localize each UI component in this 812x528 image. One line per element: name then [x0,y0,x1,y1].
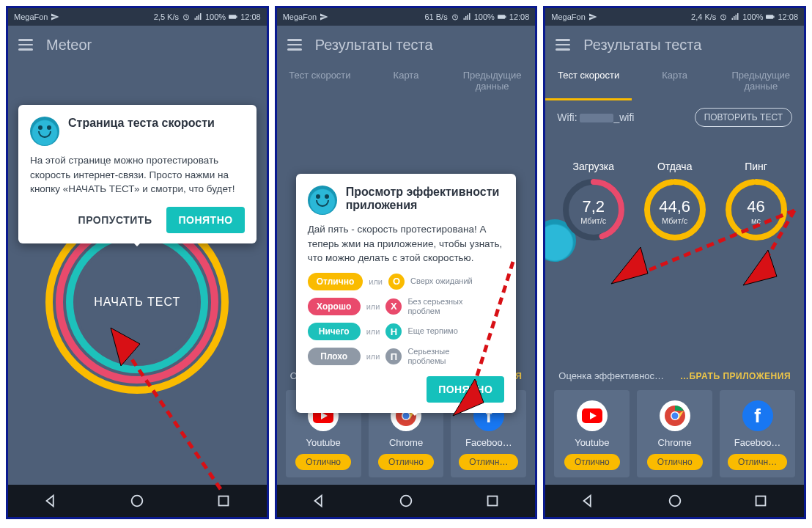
pick-apps-button[interactable]: …БРАТЬ ПРИЛОЖЕНИЯ [680,371,791,381]
android-nav-bar [277,485,536,517]
legend-row: Хорошо или Х Без серьезных проблем [308,297,505,316]
popover-body: На этой странице можно протестировать ск… [30,153,245,197]
svg-rect-1 [229,15,236,19]
app-title: Meteor [46,37,92,54]
svg-rect-6 [218,496,228,506]
facebook-icon: f [742,400,773,431]
app-card-youtube[interactable]: Youtube Отлично [554,390,630,477]
carrier-label: MegaFon [14,12,48,21]
svg-rect-38 [756,496,766,506]
battery-icon [229,12,237,21]
svg-rect-8 [498,15,505,19]
app-cards: Youtube Отлично Chrome Отлично f Faceboo… [545,386,804,485]
popover-body: Дай пять - скорость протестирована! А те… [308,222,505,265]
connection-row: Wifi: _wifi ПОВТОРИТЬ ТЕСТ [545,100,804,131]
android-nav-bar [8,485,267,517]
send-icon [51,12,59,21]
home-icon[interactable] [667,493,683,509]
wifi-label: Wifi: _wifi [557,111,634,123]
status-bar: MegaFon 61 B/s 100% 12:08 [277,8,536,26]
start-test-button[interactable]: НАЧАТЬ ТЕСТ [76,241,198,363]
recent-icon[interactable] [215,493,232,509]
metric-Загрузка: Загрузка 7,2Мбит/с [561,161,627,246]
ok-button[interactable]: ПОНЯТНО [427,376,504,403]
tab-speed-test[interactable]: Тест скорости [545,64,632,100]
app-title: Результаты теста [315,37,433,54]
alarm-icon [451,12,459,21]
app-bar: Результаты теста [277,26,536,64]
onboarding-popover: Страница теста скорости На этой странице… [18,105,256,243]
send-icon [588,12,597,21]
legend-row: Ничего или Н Еще терпимо [308,323,505,340]
battery-pct: 100% [205,12,226,21]
menu-icon[interactable] [18,39,33,51]
phone-screen-3: MegaFon 2,4 K/s 100% 12:08 Результаты те… [543,6,806,519]
back-icon[interactable] [43,493,59,509]
send-icon [320,12,328,21]
clock: 12:08 [240,12,261,21]
phone-screen-1: MegaFon 2,5 K/s 100% 12:08 Meteor НАЧАТЬ… [6,6,269,519]
score-legend: Отлично или О Сверх ожиданийХорошо или Х… [308,273,505,367]
svg-point-17 [401,496,412,507]
battery-icon [766,12,775,21]
youtube-icon [577,400,608,431]
metric-Отдача: Отдача 44,6Мбит/с [642,161,708,246]
svg-marker-34 [611,247,648,284]
svg-point-37 [669,496,680,507]
metrics-row: Загрузка 7,2Мбит/сОтдача 44,6Мбит/сПинг … [545,161,804,246]
signal-icon [462,12,471,21]
phone-screen-2: MegaFon 61 B/s 100% 12:08 Результаты тес… [275,6,538,519]
tab-history[interactable]: Предыдущие данные [449,64,536,100]
popover-heading: Страница теста скорости [68,117,215,130]
net-speed: 2,5 K/s [154,12,179,21]
svg-point-5 [132,496,143,507]
android-nav-bar [545,485,804,517]
svg-rect-21 [774,16,775,18]
app-title: Результаты теста [583,37,701,54]
retest-button[interactable]: ПОВТОРИТЬ ТЕСТ [695,108,792,127]
svg-rect-2 [236,16,237,18]
signal-icon [731,12,739,21]
app-eval-bar: Оценка эффективнос… …БРАТЬ ПРИЛОЖЕНИЯ [545,370,804,386]
legend-row: Отлично или О Сверх ожиданий [308,273,505,290]
mascot-icon [30,117,59,146]
popover-heading: Просмотр эффективности приложения [346,186,505,212]
svg-rect-9 [505,16,506,18]
home-icon[interactable] [398,493,414,509]
tabs: Тест скорости Карта Предыдущие данные [277,64,536,100]
skip-button[interactable]: ПРОПУСТИТЬ [74,208,157,232]
tab-map[interactable]: Карта [632,64,718,100]
mascot-icon [308,186,337,215]
tabs: Тест скорости Карта Предыдущие данные [545,64,804,100]
battery-icon [498,12,506,21]
alarm-icon [182,12,191,21]
svg-marker-36 [743,250,777,285]
svg-rect-20 [766,15,773,19]
tab-speed-test[interactable]: Тест скорости [277,64,363,100]
legend-popover: Просмотр эффективности приложения Дай пя… [296,174,517,413]
menu-icon[interactable] [556,39,570,51]
back-icon[interactable] [580,493,597,509]
status-bar: MegaFon 2,5 K/s 100% 12:08 [8,8,267,26]
signal-icon [193,12,202,21]
back-icon[interactable] [311,493,328,509]
svg-rect-18 [487,496,497,506]
app-card-chrome[interactable]: Chrome Отлично [637,390,712,477]
svg-point-32 [671,413,678,419]
menu-icon[interactable] [287,39,302,51]
legend-row: Плохо или П Серьезные проблемы [308,347,505,366]
recent-icon[interactable] [753,493,769,509]
chrome-icon [660,400,690,431]
home-icon[interactable] [129,493,145,509]
recent-icon[interactable] [484,493,501,509]
tab-history[interactable]: Предыдущие данные [717,64,804,100]
tab-map[interactable]: Карта [363,64,449,100]
metric-Пинг: Пинг 46мс [723,161,789,246]
app-bar: Результаты теста [545,26,804,64]
ok-button[interactable]: ПОНЯТНО [166,207,244,233]
app-bar: Meteor [8,26,267,64]
alarm-icon [719,12,728,21]
app-card-facebook[interactable]: f Faceboo… Отличн… [720,390,795,477]
status-bar: MegaFon 2,4 K/s 100% 12:08 [545,8,804,26]
